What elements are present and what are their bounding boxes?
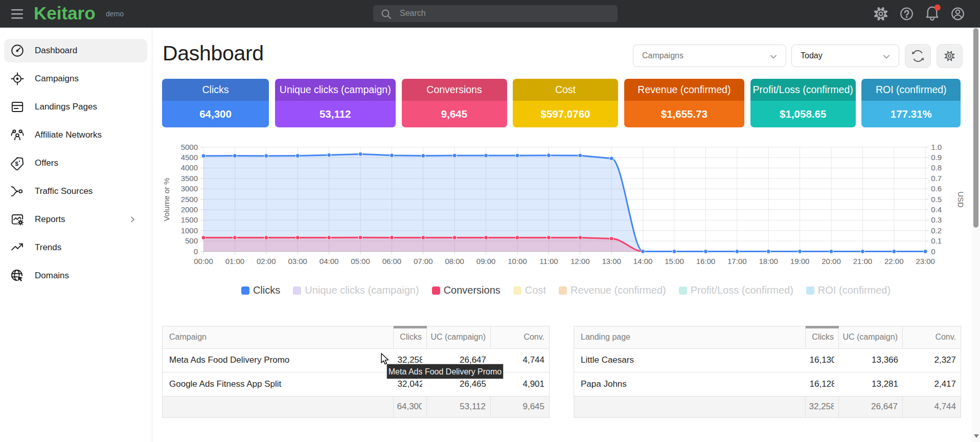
svg-text:0.6: 0.6 xyxy=(931,184,942,193)
svg-text:09:00: 09:00 xyxy=(476,257,496,266)
svg-text:USD: USD xyxy=(956,191,965,208)
svg-text:0.2: 0.2 xyxy=(931,226,942,235)
svg-text:01:00: 01:00 xyxy=(225,257,245,266)
svg-text:1500: 1500 xyxy=(181,215,198,224)
svg-text:2000: 2000 xyxy=(181,205,198,214)
svg-text:0.7: 0.7 xyxy=(931,174,942,183)
svg-text:0.5: 0.5 xyxy=(931,195,942,204)
svg-text:18:00: 18:00 xyxy=(759,257,778,266)
svg-text:04:00: 04:00 xyxy=(320,257,339,266)
svg-text:0.8: 0.8 xyxy=(931,163,942,172)
svg-text:14:00: 14:00 xyxy=(633,257,653,266)
svg-text:11:00: 11:00 xyxy=(539,257,558,266)
svg-text:08:00: 08:00 xyxy=(445,257,464,266)
svg-text:21:00: 21:00 xyxy=(853,257,873,266)
svg-text:02:00: 02:00 xyxy=(257,257,276,266)
svg-text:0.9: 0.9 xyxy=(931,153,942,162)
svg-text:5000: 5000 xyxy=(181,143,198,151)
svg-text:06:00: 06:00 xyxy=(382,257,402,266)
svg-text:4000: 4000 xyxy=(181,163,198,172)
svg-text:1.0: 1.0 xyxy=(931,143,942,151)
svg-text:13:00: 13:00 xyxy=(602,257,621,266)
svg-text:4500: 4500 xyxy=(181,153,198,162)
svg-text:0.4: 0.4 xyxy=(931,205,942,214)
svg-text:12:00: 12:00 xyxy=(571,257,590,266)
svg-text:07:00: 07:00 xyxy=(414,257,433,266)
svg-text:10:00: 10:00 xyxy=(508,257,527,266)
svg-text:500: 500 xyxy=(185,236,198,245)
svg-text:3000: 3000 xyxy=(181,184,198,193)
svg-text:0: 0 xyxy=(931,247,935,256)
svg-text:15:00: 15:00 xyxy=(665,257,684,266)
svg-text:23:00: 23:00 xyxy=(916,257,935,266)
svg-text:19:00: 19:00 xyxy=(790,257,810,266)
svg-text:1000: 1000 xyxy=(181,226,198,235)
svg-text:0.3: 0.3 xyxy=(931,215,942,224)
svg-text:$: $ xyxy=(15,161,18,167)
svg-text:Volume or %: Volume or % xyxy=(163,178,171,221)
svg-text:20:00: 20:00 xyxy=(822,257,841,266)
svg-text:16:00: 16:00 xyxy=(696,257,716,266)
svg-text:22:00: 22:00 xyxy=(884,257,904,266)
svg-text:2500: 2500 xyxy=(181,195,198,204)
svg-text:05:00: 05:00 xyxy=(351,257,370,266)
svg-text:03:00: 03:00 xyxy=(288,257,307,266)
svg-text:3500: 3500 xyxy=(181,174,198,183)
svg-text:0.1: 0.1 xyxy=(931,236,942,245)
svg-text:17:00: 17:00 xyxy=(727,257,747,266)
svg-text:0: 0 xyxy=(194,247,198,256)
svg-text:00:00: 00:00 xyxy=(194,257,213,266)
